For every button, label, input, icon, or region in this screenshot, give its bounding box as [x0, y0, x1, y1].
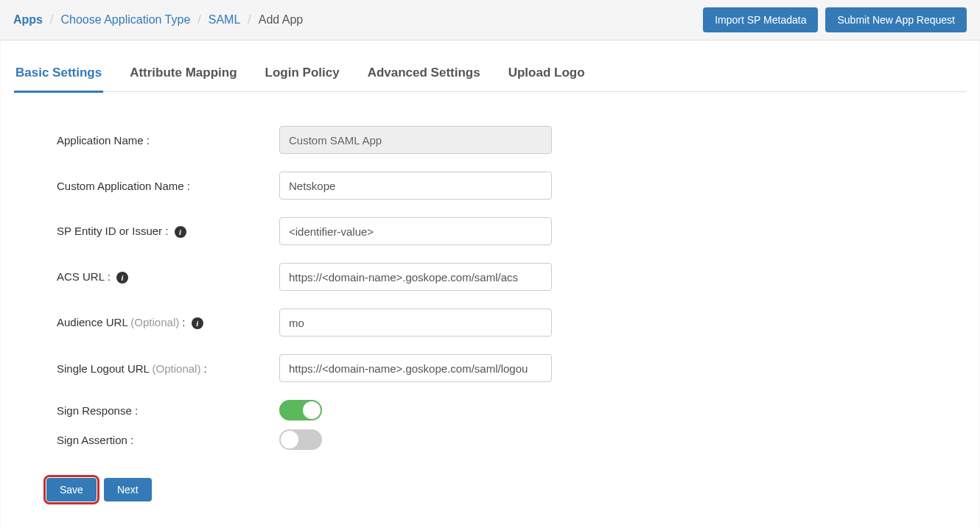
next-button[interactable]: Next: [104, 478, 152, 501]
top-bar: Apps / Choose Application Type / SAML / …: [0, 0, 980, 41]
label-custom-app-name: Custom Application Name :: [57, 180, 279, 192]
input-sp-entity-id[interactable]: [279, 217, 552, 245]
label-slo-url: Single Logout URL (Optional) :: [57, 362, 279, 375]
label-colon: :: [200, 362, 206, 375]
breadcrumb: Apps / Choose Application Type / SAML / …: [13, 13, 303, 27]
tab-attribute-mapping[interactable]: Attribute Mapping: [128, 58, 238, 93]
input-custom-app-name[interactable]: [279, 172, 552, 200]
toggle-knob: [303, 401, 321, 419]
input-audience-url[interactable]: [279, 309, 552, 337]
breadcrumb-sep: /: [248, 13, 251, 27]
breadcrumb-sep: /: [50, 13, 53, 27]
tab-basic-settings[interactable]: Basic Settings: [14, 58, 103, 93]
input-application-name: [279, 126, 552, 154]
breadcrumb-choose-app-type[interactable]: Choose Application Type: [60, 13, 190, 27]
submit-new-app-request-button[interactable]: Submit New App Request: [825, 7, 967, 32]
label-sign-assertion: Sign Assertion :: [57, 434, 279, 446]
row-custom-app-name: Custom Application Name :: [57, 172, 966, 200]
row-slo-url: Single Logout URL (Optional) :: [57, 354, 966, 382]
import-sp-metadata-button[interactable]: Import SP Metadata: [703, 7, 818, 32]
label-acs-url-text: ACS URL :: [57, 270, 111, 283]
tab-advanced-settings[interactable]: Advanced Settings: [366, 58, 482, 93]
breadcrumb-apps[interactable]: Apps: [13, 13, 43, 27]
row-sp-entity-id: SP Entity ID or Issuer : i: [57, 217, 966, 245]
breadcrumb-saml[interactable]: SAML: [209, 13, 241, 27]
label-sp-entity-id: SP Entity ID or Issuer : i: [57, 225, 279, 238]
info-icon[interactable]: i: [192, 317, 203, 329]
row-application-name: Application Name :: [57, 126, 966, 154]
input-slo-url[interactable]: [279, 354, 552, 382]
tab-upload-logo[interactable]: Upload Logo: [507, 58, 587, 93]
row-sign-assertion: Sign Assertion :: [57, 429, 966, 450]
label-application-name: Application Name :: [57, 134, 279, 147]
footer-actions: Save Next: [46, 478, 966, 501]
save-button[interactable]: Save: [46, 478, 97, 501]
info-icon[interactable]: i: [175, 226, 186, 238]
label-sp-entity-id-text: SP Entity ID or Issuer :: [57, 225, 168, 237]
tab-login-policy[interactable]: Login Policy: [264, 58, 341, 93]
label-colon: :: [179, 316, 185, 328]
label-slo-url-text: Single Logout URL: [57, 362, 153, 375]
input-acs-url[interactable]: [279, 263, 552, 291]
label-audience-url: Audience URL (Optional) : i: [57, 316, 279, 329]
top-actions: Import SP Metadata Submit New App Reques…: [703, 7, 967, 32]
label-optional: (Optional): [130, 316, 179, 328]
toggle-sign-response[interactable]: [279, 400, 322, 420]
tabs: Basic Settings Attribute Mapping Login P…: [14, 58, 966, 92]
row-audience-url: Audience URL (Optional) : i: [57, 309, 966, 337]
breadcrumb-current: Add App: [259, 13, 304, 27]
toggle-sign-assertion[interactable]: [279, 429, 322, 450]
label-optional: (Optional): [153, 362, 201, 375]
row-sign-response: Sign Response :: [57, 400, 966, 420]
form-area: Application Name : Custom Application Na…: [14, 126, 966, 450]
page-panel: Basic Settings Attribute Mapping Login P…: [1, 41, 979, 528]
breadcrumb-sep: /: [197, 13, 200, 27]
label-sign-response: Sign Response :: [57, 404, 279, 417]
toggle-knob: [281, 431, 298, 448]
label-acs-url: ACS URL : i: [57, 270, 279, 284]
row-acs-url: ACS URL : i: [57, 263, 966, 291]
info-icon[interactable]: i: [116, 272, 128, 284]
label-audience-url-text: Audience URL: [57, 316, 130, 328]
